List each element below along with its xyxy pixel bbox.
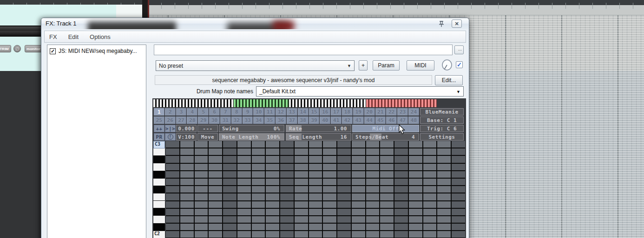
step-cell-30[interactable]: 30: [209, 116, 220, 124]
step-cell-28[interactable]: 28: [187, 116, 197, 124]
piano-key-f2[interactable]: [153, 193, 165, 201]
close-button[interactable]: ✕: [452, 19, 462, 28]
grid-cell[interactable]: [380, 231, 394, 238]
grid-cell[interactable]: [237, 164, 251, 170]
grid-cell[interactable]: [180, 186, 194, 193]
grid-cell[interactable]: [195, 231, 208, 238]
grid-cell[interactable]: [452, 141, 465, 148]
grid-cell[interactable]: [223, 141, 237, 148]
midi-button[interactable]: MIDI: [407, 60, 434, 71]
grid-cell[interactable]: [409, 141, 422, 148]
step-cell-43[interactable]: 43: [353, 116, 364, 124]
grid-cell[interactable]: [352, 231, 365, 238]
grid-cell[interactable]: [223, 209, 237, 215]
grid-cell[interactable]: [280, 186, 294, 193]
grid-cell[interactable]: [223, 156, 237, 162]
grid-cell[interactable]: [166, 164, 179, 170]
grid-cell[interactable]: [394, 164, 408, 170]
grid-cell[interactable]: [409, 156, 422, 162]
grid-cell[interactable]: [166, 231, 179, 238]
grid-cell[interactable]: [166, 156, 179, 162]
step-cell-18[interactable]: 18: [342, 108, 353, 116]
grid-cell[interactable]: [366, 224, 380, 230]
menu-fx[interactable]: FX: [49, 33, 57, 40]
grid-cell[interactable]: [166, 186, 179, 193]
grid-cell[interactable]: [295, 164, 308, 170]
grid-cell[interactable]: [280, 171, 294, 178]
fx-window-titlebar[interactable]: FX: Track 1 ✕: [41, 18, 469, 29]
grid-cell[interactable]: [223, 164, 237, 170]
fx-chain-item[interactable]: ✓ JS: MIDI NEW/seq megababy...: [47, 45, 146, 54]
grid-cell[interactable]: [423, 231, 437, 238]
grid-cell[interactable]: [309, 201, 322, 208]
add-preset-button[interactable]: +: [359, 60, 368, 71]
step-cell-25[interactable]: 25: [154, 116, 164, 124]
grid-cell[interactable]: [252, 201, 265, 208]
grid-cell[interactable]: [195, 224, 208, 230]
grid-cell[interactable]: [252, 156, 265, 162]
grid-cell[interactable]: [180, 193, 194, 200]
grid-cell[interactable]: [423, 224, 437, 230]
sequencer-grid[interactable]: [166, 141, 465, 238]
grid-cell[interactable]: [366, 216, 380, 223]
piano-key-as2[interactable]: [153, 156, 165, 163]
grid-cell[interactable]: [209, 231, 222, 238]
step-cell-5[interactable]: 5: [198, 108, 209, 116]
grid-cell[interactable]: [209, 156, 222, 162]
grid-cell[interactable]: [380, 148, 394, 155]
grid-cell[interactable]: [337, 148, 351, 155]
grid-cell[interactable]: [309, 186, 322, 193]
grid-cell[interactable]: [394, 171, 408, 178]
grid-cell[interactable]: [237, 141, 251, 148]
grid-cell[interactable]: [437, 179, 451, 185]
grid-cell[interactable]: [423, 148, 437, 155]
grid-cell[interactable]: [295, 193, 308, 200]
grid-cell[interactable]: [237, 193, 251, 200]
grid-cell[interactable]: [323, 201, 336, 208]
step-cell-13[interactable]: 13: [287, 108, 297, 116]
pattern-name-cell[interactable]: BlueMeanie: [420, 108, 464, 116]
grid-cell[interactable]: [180, 141, 194, 148]
piano-key-b2[interactable]: [153, 148, 165, 156]
grid-cell[interactable]: [252, 141, 265, 148]
grid-cell[interactable]: [209, 209, 222, 215]
grid-cell[interactable]: [166, 148, 179, 155]
step-cell-26[interactable]: 26: [165, 116, 176, 124]
grid-cell[interactable]: [252, 224, 265, 230]
grid-cell[interactable]: [366, 171, 380, 178]
grid-cell[interactable]: [209, 201, 222, 208]
grid-cell[interactable]: [352, 201, 365, 208]
grid-cell[interactable]: [223, 186, 237, 193]
strip-segment-normal[interactable]: [289, 99, 366, 107]
step-cell-10[interactable]: 10: [253, 108, 264, 116]
grid-cell[interactable]: [452, 164, 465, 170]
grid-cell[interactable]: [295, 231, 308, 238]
grid-cell[interactable]: [437, 216, 451, 223]
grid-cell[interactable]: [409, 201, 422, 208]
piano-key-c3[interactable]: C3: [153, 141, 165, 148]
grid-cell[interactable]: [209, 186, 222, 193]
grid-cell[interactable]: [280, 141, 294, 148]
grid-cell[interactable]: [352, 224, 365, 230]
grid-cell[interactable]: [423, 193, 437, 200]
grid-cell[interactable]: [352, 141, 365, 148]
piano-key-d2[interactable]: [153, 216, 165, 223]
grid-cell[interactable]: [309, 164, 322, 170]
step-cell-44[interactable]: 44: [364, 116, 375, 124]
grid-cell[interactable]: [437, 171, 451, 178]
grid-cell[interactable]: [423, 171, 437, 178]
step-cell-24[interactable]: 24: [408, 108, 419, 116]
grid-cell[interactable]: [237, 186, 251, 193]
grid-cell[interactable]: [366, 148, 380, 155]
grid-cell[interactable]: [180, 171, 194, 178]
grid-cell[interactable]: [166, 216, 179, 223]
grid-cell[interactable]: [394, 231, 408, 238]
grid-cell[interactable]: [309, 171, 322, 178]
grid-cell[interactable]: [380, 224, 394, 230]
grid-cell[interactable]: [266, 164, 279, 170]
grid-cell[interactable]: [366, 156, 380, 162]
grid-cell[interactable]: [195, 193, 208, 200]
grid-cell[interactable]: [309, 224, 322, 230]
grid-cell[interactable]: [380, 209, 394, 215]
grid-cell[interactable]: [352, 164, 365, 170]
